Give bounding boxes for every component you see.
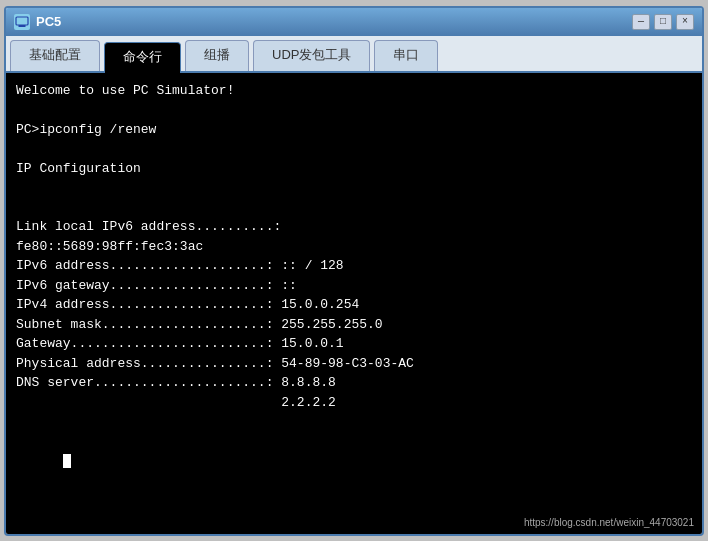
minimize-button[interactable]: — xyxy=(632,14,650,30)
watermark: https://blog.csdn.net/weixin_44703021 xyxy=(524,517,694,528)
title-buttons: — □ × xyxy=(632,14,694,30)
title-bar: PC5 — □ × xyxy=(6,8,702,36)
terminal-line-6 xyxy=(16,198,692,218)
close-button[interactable]: × xyxy=(676,14,694,30)
terminal-line-9: IPv6 address....................: :: / 1… xyxy=(16,256,692,276)
terminal-area[interactable]: Welcome to use PC Simulator! PC>ipconfig… xyxy=(6,73,702,534)
window-title: PC5 xyxy=(36,14,61,29)
terminal-line-16: 2.2.2.2 xyxy=(16,393,692,413)
main-window: PC5 — □ × 基础配置 命令行 组播 UDP发包工具 串口 Welcome… xyxy=(4,6,704,536)
terminal-line-4: IP Configuration xyxy=(16,159,692,179)
terminal-line-14: Physical address................: 54-89-… xyxy=(16,354,692,374)
terminal-line-18 xyxy=(16,412,692,432)
tab-bar: 基础配置 命令行 组播 UDP发包工具 串口 xyxy=(6,36,702,73)
maximize-button[interactable]: □ xyxy=(654,14,672,30)
app-icon xyxy=(14,14,30,30)
terminal-line-0: Welcome to use PC Simulator! xyxy=(16,81,692,101)
terminal-line-10: IPv6 gateway....................: :: xyxy=(16,276,692,296)
terminal-line-12: Subnet mask.....................: 255.25… xyxy=(16,315,692,335)
title-bar-left: PC5 xyxy=(14,14,61,30)
tab-serial[interactable]: 串口 xyxy=(374,40,438,71)
tab-multicast[interactable]: 组播 xyxy=(185,40,249,71)
terminal-line-13: Gateway.........................: 15.0.0… xyxy=(16,334,692,354)
terminal-line-5 xyxy=(16,178,692,198)
terminal-line-8: fe80::5689:98ff:fec3:3ac xyxy=(16,237,692,257)
terminal-line-15: DNS server......................: 8.8.8.… xyxy=(16,373,692,393)
terminal-prompt xyxy=(16,432,692,491)
terminal-line-3 xyxy=(16,139,692,159)
terminal-line-7: Link local IPv6 address..........: xyxy=(16,217,692,237)
terminal-line-1 xyxy=(16,100,692,120)
terminal-line-11: IPv4 address....................: 15.0.0… xyxy=(16,295,692,315)
cursor-blink xyxy=(63,454,71,468)
tab-command-line[interactable]: 命令行 xyxy=(104,42,181,73)
svg-rect-0 xyxy=(16,17,28,25)
terminal-line-2: PC>ipconfig /renew xyxy=(16,120,692,140)
tab-udp-tool[interactable]: UDP发包工具 xyxy=(253,40,370,71)
tab-basic-config[interactable]: 基础配置 xyxy=(10,40,100,71)
